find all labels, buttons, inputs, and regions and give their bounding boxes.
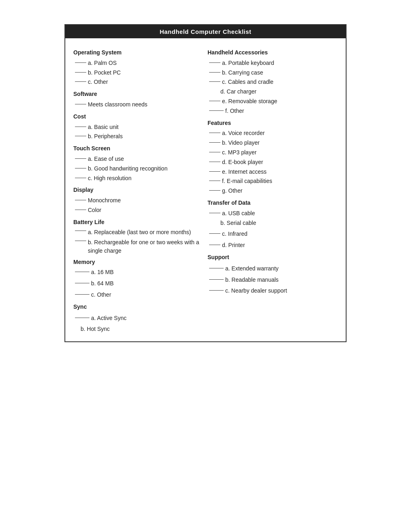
list-item: d. E-book player — [208, 158, 338, 167]
section-battery-life: Battery Life a. Replaceable (last two or… — [73, 215, 203, 255]
blank-line — [75, 127, 86, 127]
list-item: a. Replaceable (last two or more months) — [73, 228, 203, 237]
item-text: b. Good handwriting recognition — [88, 164, 203, 174]
list-item: Meets classroom needs — [73, 100, 203, 110]
section-title-software: Software — [73, 89, 203, 99]
list-item: b. Good handwriting recognition — [73, 164, 203, 174]
blank-line — [75, 62, 86, 63]
list-item: c. Other — [73, 77, 203, 87]
item-text: d. Printer — [222, 241, 338, 250]
list-item: d. Car charger — [208, 87, 338, 97]
item-text: e. Internet access — [222, 167, 338, 177]
section-title-handheld-accessories: Handheld Accessories — [208, 48, 338, 58]
blank-line — [75, 272, 89, 272]
blank-line — [209, 290, 224, 291]
item-text: a. Replaceable (last two or more months) — [88, 228, 203, 237]
section-title-features: Features — [208, 118, 338, 128]
list-item: Color — [73, 206, 203, 215]
blank-line — [209, 268, 224, 268]
item-text: c. Cables and cradle — [222, 77, 338, 87]
list-item: a. Voice recorder — [208, 129, 338, 138]
section-title-display: Display — [73, 185, 203, 195]
blank-line — [75, 178, 86, 178]
list-item: b. Readable manuals — [208, 275, 338, 285]
item-text: c. Nearby dealer support — [225, 286, 338, 296]
list-item: c. MP3 player — [208, 148, 338, 158]
right-column: Handheld Accessories a. Portable keyboar… — [208, 46, 338, 334]
item-text: c. Other — [91, 290, 203, 300]
item-text: b. Pocket PC — [88, 68, 203, 78]
list-item: a. Palm OS — [73, 58, 203, 68]
list-item: Monochrome — [73, 196, 203, 206]
blank-line — [209, 142, 220, 143]
list-item: c. Other — [73, 290, 203, 300]
section-software: Software Meets classroom needs — [73, 87, 203, 110]
item-text: c. MP3 player — [222, 148, 338, 158]
blank-line — [209, 190, 220, 191]
blank-line — [75, 318, 89, 318]
blank-line — [209, 245, 220, 245]
blank-line — [75, 294, 89, 295]
checklist-body: Operating System a. Palm OS b. Pocket PC… — [65, 38, 346, 341]
left-column: Operating System a. Palm OS b. Pocket PC… — [73, 46, 203, 334]
section-touch-screen: Touch Screen a. Ease of use b. Good hand… — [73, 141, 203, 183]
list-item: b. Rechargeable for one or two weeks wit… — [73, 238, 203, 255]
item-text: b. Peripherals — [88, 132, 203, 141]
section-memory: Memory a. 16 MB b. 64 MB c. Other — [73, 255, 203, 300]
section-cost: Cost a. Basic unit b. Peripherals — [73, 110, 203, 141]
section-title-support: Support — [208, 253, 338, 262]
blank-line — [75, 168, 86, 168]
list-item: a. Active Sync — [73, 314, 203, 323]
list-item: e. Internet access — [208, 167, 338, 177]
list-item: c. High resolution — [73, 174, 203, 183]
list-item: b. Pocket PC — [73, 68, 203, 78]
blank-line — [75, 158, 86, 159]
list-item: d. Printer — [208, 241, 338, 250]
item-text: a. USB cable — [222, 209, 338, 218]
blank-line — [75, 81, 86, 82]
section-title-touch-screen: Touch Screen — [73, 144, 203, 154]
section-operating-system: Operating System a. Palm OS b. Pocket PC… — [73, 46, 203, 87]
list-item: b. 64 MB — [73, 279, 203, 289]
blank-line — [209, 152, 220, 152]
blank-line — [209, 62, 220, 63]
list-item: a. USB cable — [208, 209, 338, 218]
section-title-cost: Cost — [73, 112, 203, 122]
blank-line — [75, 283, 89, 283]
checklist-header: Handheld Computer Checklist — [65, 25, 346, 38]
blank-line — [209, 213, 220, 213]
section-features: Features a. Voice recorder b. Video play… — [208, 116, 338, 196]
blank-line — [75, 210, 86, 210]
section-handheld-accessories: Handheld Accessories a. Portable keyboar… — [208, 46, 338, 116]
list-item: a. Extended warranty — [208, 264, 338, 274]
blank-line — [209, 279, 224, 280]
item-text: a. Palm OS — [88, 58, 203, 68]
section-title-sync: Sync — [73, 302, 203, 312]
list-item: a. Basic unit — [73, 123, 203, 132]
blank-line — [209, 101, 220, 101]
section-title-transfer-of-data: Transfer of Data — [208, 198, 338, 208]
blank-line — [75, 104, 86, 104]
item-text: a. Basic unit — [88, 123, 203, 132]
list-item: g. Other — [208, 186, 338, 196]
item-text: b. 64 MB — [91, 279, 203, 289]
section-support: Support a. Extended warranty b. Readable… — [208, 250, 338, 296]
item-text: b. Readable manuals — [225, 275, 338, 285]
item-text: b. Hot Sync — [81, 324, 203, 334]
list-item: f. E-mail capabilities — [208, 177, 338, 186]
list-item: b. Carrying case — [208, 68, 338, 78]
item-text: c. Infrared — [222, 229, 338, 239]
list-item: b. Video player — [208, 138, 338, 148]
item-text: Meets classroom needs — [88, 100, 203, 110]
list-item: a. Portable keyboard — [208, 58, 338, 68]
blank-line — [209, 162, 220, 162]
checklist-title: Handheld Computer Checklist — [160, 28, 251, 35]
blank-line — [209, 181, 220, 181]
item-text: Color — [88, 206, 203, 215]
item-text: a. Ease of use — [88, 154, 203, 164]
item-text: f. E-mail capabilities — [222, 177, 338, 186]
section-display: Display Monochrome Color — [73, 183, 203, 215]
item-text: c. Other — [88, 77, 203, 87]
list-item: b. Peripherals — [73, 132, 203, 141]
section-title-operating-system: Operating System — [73, 48, 203, 58]
